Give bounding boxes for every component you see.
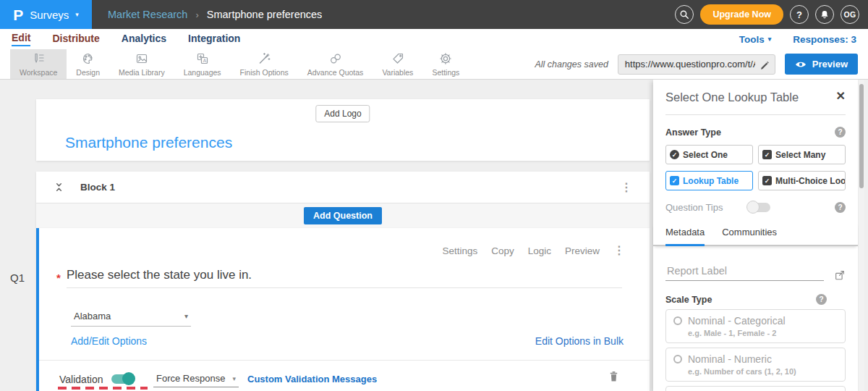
square-check-icon: ✓ [762, 150, 772, 159]
notifications-button[interactable] [815, 5, 834, 24]
answer-type-select-one[interactable]: ✓ Select One [665, 145, 753, 164]
tab-metadata[interactable]: Metadata [665, 227, 705, 246]
scale-type-option-partial[interactable] [665, 386, 846, 391]
toolbar-item-settings[interactable]: Settings [422, 49, 469, 79]
toggle-knob [122, 372, 135, 385]
nav-right: Tools ▾ Responses: 3 [739, 34, 856, 45]
answer-type-lookup-table[interactable]: ✓ Lookup Table [665, 171, 753, 190]
svg-text:A: A [203, 58, 206, 63]
question-tips-label: Question Tips [665, 202, 723, 213]
tab-edit[interactable]: Edit [12, 32, 30, 46]
question-tips-toggle[interactable] [748, 203, 770, 212]
scale-type-option-nominal-numeric[interactable]: Nominal - Numeric e.g. Number of cars (1… [665, 348, 846, 382]
toolbar-right: All changes saved Preview [535, 49, 858, 79]
add-question-strip: Add Question [36, 203, 650, 228]
block-header: Block 1 ⋮ [36, 172, 650, 203]
scale-option-label: Nominal - Numeric [688, 353, 772, 365]
custom-validation-messages-link[interactable]: Custom Validation Messages [247, 374, 377, 384]
tools-menu[interactable]: Tools ▾ [739, 34, 772, 45]
toolbar-item-label: Settings [432, 68, 459, 77]
toolbar-item-workspace[interactable]: Workspace [10, 49, 67, 79]
required-asterisk: * [56, 272, 61, 284]
surveys-menu[interactable]: P Surveys ▾ [0, 0, 92, 29]
external-link-icon[interactable] [834, 269, 846, 281]
magic-wand-icon [257, 51, 271, 66]
scale-type-option-nominal-categorical[interactable]: Nominal - Categorical e.g. Male - 1, Fem… [665, 309, 846, 343]
workspace-icon [31, 51, 46, 66]
question-menu-button[interactable]: ⋮ [613, 245, 625, 256]
upgrade-now-button[interactable]: Upgrade Now [700, 4, 783, 25]
validation-label: Validation [59, 374, 103, 385]
close-panel-button[interactable]: ✕ [836, 90, 846, 103]
question-tips-help-button[interactable]: ? [835, 202, 846, 213]
tab-distribute[interactable]: Distribute [52, 33, 99, 46]
toolbar-item-design[interactable]: Design [67, 49, 109, 79]
caret-down-icon: ▾ [184, 312, 188, 320]
tab-integration[interactable]: Integration [188, 33, 240, 46]
answer-type-grid: ✓ Select One ✓ Select Many ✓ Lookup Tabl… [665, 145, 846, 190]
question-text[interactable]: Please select the state you live in. [67, 268, 252, 282]
answer-type-select-many[interactable]: ✓ Select Many [758, 145, 846, 164]
panel-divider [665, 114, 846, 115]
question-preview-button[interactable]: Preview [565, 245, 600, 256]
question-settings-button[interactable]: Settings [442, 245, 477, 256]
caret-down-icon: ▾ [768, 36, 772, 43]
answer-type-label: Answer Type [665, 127, 721, 138]
block-menu-button[interactable]: ⋮ [621, 182, 632, 193]
square-check-icon: ✓ [670, 176, 679, 185]
help-button[interactable]: ? [790, 5, 809, 24]
survey-title[interactable]: Smartphone preferences [65, 134, 232, 151]
add-logo-button[interactable]: Add Logo [315, 105, 370, 122]
validation-type-value: Force Response [156, 373, 225, 384]
edit-options-in-bulk-link[interactable]: Edit Options in Bulk [535, 335, 624, 347]
collapse-block-button[interactable] [54, 181, 64, 193]
block-title[interactable]: Block 1 [80, 182, 115, 193]
panel-scrollbar-thumb[interactable] [859, 84, 864, 188]
toolbar-item-media-library[interactable]: Media Library [109, 49, 174, 79]
delete-question-button[interactable] [608, 370, 619, 382]
validation-type-dropdown[interactable]: Force Response ▾ [153, 373, 239, 387]
toggle-knob [746, 201, 760, 214]
search-button[interactable] [675, 5, 694, 24]
answer-dropdown[interactable]: Alabama ▾ [71, 309, 191, 327]
account-avatar[interactable]: OG [841, 5, 859, 24]
dropdown-underline [71, 326, 191, 327]
trash-icon [608, 370, 619, 382]
survey-url-box [618, 54, 775, 75]
validation-toggle[interactable] [111, 374, 134, 384]
autosave-status: All changes saved [535, 59, 608, 70]
add-edit-options-link[interactable]: Add/Edit Options [71, 335, 147, 347]
tab-analytics[interactable]: Analytics [122, 33, 166, 46]
block-card: Block 1 ⋮ Add Question [36, 172, 650, 228]
answer-type-label-text: Select One [683, 150, 728, 160]
image-icon [135, 51, 149, 66]
preview-button-label: Preview [812, 59, 848, 70]
breadcrumb-folder[interactable]: Market Research [108, 9, 187, 20]
toolbar-item-variables[interactable]: Variables [373, 49, 422, 79]
preview-button[interactable]: Preview [785, 54, 858, 75]
design-palette-icon [81, 51, 95, 66]
answer-type-label-text: Lookup Table [683, 176, 739, 186]
surveys-menu-label: Surveys [30, 9, 69, 21]
tab-communities[interactable]: Communities [722, 227, 777, 245]
scale-type-help-button[interactable]: ? [816, 294, 827, 305]
responses-link[interactable]: Responses: 3 [793, 34, 856, 45]
question-footer-divider [39, 360, 650, 361]
toolbar-item-label: Finish Options [240, 68, 289, 77]
help-icon: ? [796, 9, 802, 20]
toolbar-item-advance-quotas[interactable]: Advance Quotas [298, 49, 373, 79]
survey-url-input[interactable] [624, 58, 757, 70]
answer-type-label-text: Select Many [775, 150, 825, 160]
chain-links-icon [328, 51, 343, 66]
answer-type-multi-choice-lookup[interactable]: ✓ Multi-Choice Lookup [758, 171, 846, 190]
toolbar-item-languages[interactable]: A Languages [174, 49, 231, 79]
report-label-input[interactable] [665, 265, 824, 281]
question-number: Q1 [10, 272, 25, 284]
toolbar-item-finish-options[interactable]: Finish Options [231, 49, 298, 79]
question-logic-button[interactable]: Logic [528, 245, 551, 256]
edit-pencil-icon[interactable] [760, 59, 770, 70]
question-settings-panel: Select One Lookup Table ✕ Answer Type ? … [653, 80, 858, 391]
answer-type-help-button[interactable]: ? [835, 127, 846, 138]
question-copy-button[interactable]: Copy [491, 245, 514, 256]
add-question-button[interactable]: Add Question [304, 207, 382, 224]
